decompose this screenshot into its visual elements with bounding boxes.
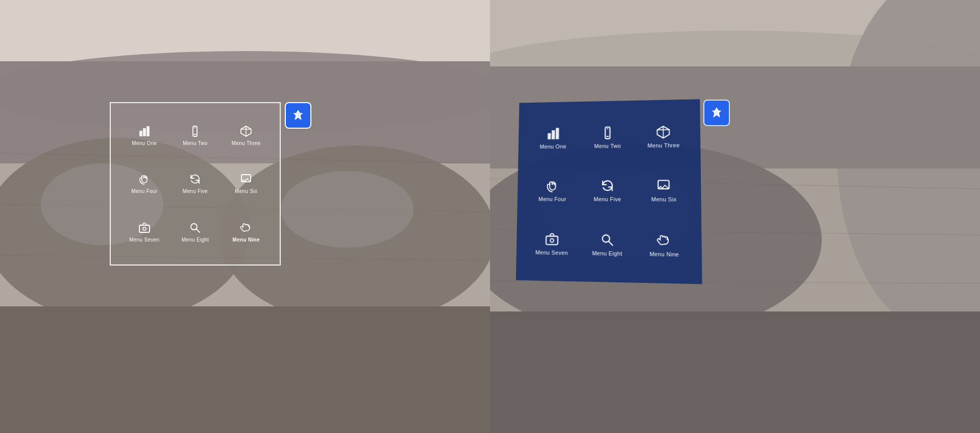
svg-point-49 [602, 235, 609, 242]
blue-menu-item-five[interactable]: Menu Five [579, 163, 635, 218]
hand2-icon [240, 222, 252, 234]
left-panel: Menu One Menu Two Menu Three Menu [0, 0, 490, 433]
hand-icon [138, 173, 151, 185]
menu-item-seven[interactable]: Menu Seven [119, 208, 170, 256]
white-menu: Menu One Menu Two Menu Three Menu [110, 102, 281, 266]
bar-chart-icon [138, 125, 151, 137]
blue-phone-icon [601, 126, 615, 140]
pin-button-right[interactable] [703, 100, 730, 126]
blue-chat-icon [656, 178, 671, 193]
svg-point-48 [550, 238, 554, 242]
blue-menu-one-label: Menu One [540, 143, 566, 149]
blue-menu-eight-label: Menu Eight [592, 250, 622, 256]
svg-point-23 [143, 227, 146, 230]
search-icon [189, 222, 201, 234]
blue-hand2-icon [657, 233, 672, 248]
pin-icon-left [292, 110, 304, 121]
svg-rect-38 [552, 131, 554, 139]
refresh-icon [189, 173, 201, 185]
blue-menu-five-label: Menu Five [594, 196, 621, 202]
svg-rect-37 [548, 133, 550, 138]
blue-cube-icon [656, 125, 671, 139]
blue-bar-chart-icon [546, 126, 560, 140]
menu-nine-label: Menu Nine [233, 237, 260, 243]
svg-rect-32 [490, 311, 980, 433]
cube-icon [240, 125, 252, 137]
menu-item-six[interactable]: Menu Six [220, 160, 272, 208]
blue-menu-four-label: Menu Four [538, 196, 567, 202]
blue-menu-two-label: Menu Two [594, 142, 621, 149]
phone-icon [189, 125, 201, 137]
menu-item-two[interactable]: Menu Two [170, 111, 221, 160]
menu-item-three[interactable]: Menu Three [220, 111, 272, 160]
menu-item-four[interactable]: Menu Four [119, 160, 170, 208]
svg-point-24 [191, 224, 197, 230]
svg-rect-22 [139, 225, 150, 232]
blue-menu-seven-label: Menu Seven [535, 249, 568, 256]
blue-menu-item-four[interactable]: Menu Four [525, 164, 580, 217]
svg-rect-6 [0, 306, 490, 433]
menu-item-eight[interactable]: Menu Eight [170, 208, 221, 256]
svg-rect-13 [143, 129, 145, 136]
camera-icon [138, 222, 151, 234]
menu-item-five[interactable]: Menu Five [170, 160, 221, 208]
menu-three-label: Menu Three [232, 140, 261, 146]
menu-five-label: Menu Five [183, 188, 208, 194]
svg-rect-39 [556, 128, 558, 138]
svg-line-50 [609, 242, 612, 245]
svg-rect-14 [147, 127, 149, 136]
svg-point-11 [281, 171, 413, 248]
blue-menu-nine-label: Menu Nine [649, 251, 679, 257]
chat-icon [240, 173, 252, 185]
pin-icon-right [711, 107, 722, 118]
blue-menu-item-three[interactable]: Menu Three [635, 109, 693, 163]
blue-menu-item-seven[interactable]: Menu Seven [524, 216, 580, 271]
menu-four-label: Menu Four [131, 188, 157, 194]
blue-camera-icon [545, 232, 559, 246]
menu-eight-label: Menu Eight [182, 237, 209, 243]
svg-line-25 [197, 229, 200, 232]
svg-rect-12 [140, 131, 142, 136]
menu-two-label: Menu Two [183, 140, 207, 146]
blue-menu: Menu One Menu Two Menu Three Menu [516, 99, 702, 284]
right-panel: Menu One Menu Two Menu Three Menu [490, 0, 980, 433]
menu-one-label: Menu One [132, 140, 157, 146]
pin-button-left[interactable] [285, 102, 311, 129]
blue-menu-item-one[interactable]: Menu One [526, 111, 580, 164]
blue-hand-icon [546, 179, 560, 193]
svg-rect-47 [546, 236, 557, 245]
blue-menu-six-label: Menu Six [651, 196, 677, 202]
blue-menu-item-two[interactable]: Menu Two [580, 110, 635, 163]
blue-menu-item-nine[interactable]: Menu Nine [635, 218, 694, 274]
menu-six-label: Menu Six [235, 188, 257, 194]
blue-refresh-icon [600, 179, 615, 193]
menu-seven-label: Menu Seven [129, 237, 159, 243]
blue-search-icon [600, 232, 615, 247]
menu-item-nine[interactable]: Menu Nine [220, 208, 272, 256]
menu-item-one[interactable]: Menu One [119, 111, 170, 160]
blue-menu-item-eight[interactable]: Menu Eight [579, 217, 635, 272]
blue-menu-three-label: Menu Three [647, 142, 679, 149]
blue-menu-item-six[interactable]: Menu Six [635, 163, 693, 218]
